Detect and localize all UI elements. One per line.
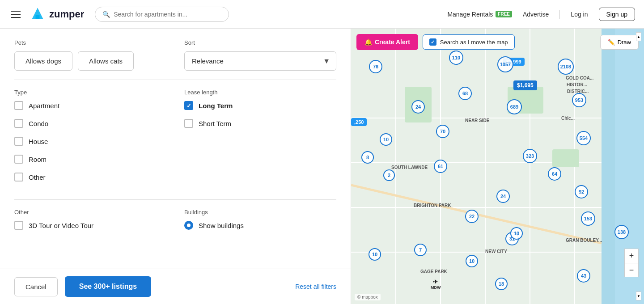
apartment-checkbox[interactable] [14, 101, 23, 110]
search-as-move-checkbox[interactable] [429, 38, 436, 46]
cancel-button[interactable]: Cancel [14, 277, 58, 296]
area-label-historic: HISTOR... [567, 82, 587, 87]
lease-longterm-item[interactable]: Long Term [184, 101, 336, 110]
map-bubble-8[interactable]: 24 [411, 100, 425, 114]
map-bubble-1[interactable]: 1057 [497, 56, 513, 72]
header: zumper 🔍 Manage Rentals FREE Advertise L… [0, 0, 644, 29]
scroll-down-button[interactable]: ▼ [636, 291, 641, 300]
map-bubble-16[interactable]: 92 [575, 185, 588, 198]
manage-rentals[interactable]: Manage Rentals FREE [447, 11, 512, 18]
area-label-gagepark: GAGE PARK [420, 269, 447, 274]
type-room-item[interactable]: Room [14, 155, 166, 164]
show-buildings-item[interactable]: Show buildings [184, 221, 336, 230]
area-label-nearside: NEAR SIDE [465, 118, 489, 123]
map-bubble-21[interactable]: 10 [510, 227, 523, 240]
reset-filters-link[interactable]: Reset all filters [295, 283, 336, 290]
map-bubble-27[interactable]: 18 [495, 278, 508, 290]
map-bubble-12[interactable]: 64 [548, 167, 561, 181]
filter-divider-1 [14, 80, 336, 80]
map-bubble-17[interactable]: 24 [496, 190, 510, 203]
map-bubble-10[interactable]: 10 [380, 133, 392, 146]
search-as-move-toggle[interactable]: Search as I move the map [423, 34, 515, 50]
allows-cats-button[interactable]: Allows cats [78, 51, 134, 71]
type-house-item[interactable]: House [14, 137, 166, 146]
draw-button[interactable]: ✏️ Draw [600, 35, 639, 50]
room-checkbox[interactable] [14, 155, 23, 164]
svg-rect-1 [36, 15, 40, 19]
zoom-controls: + − [624, 249, 639, 277]
other-section: Other 3D Tour or Video Tour [14, 209, 166, 239]
map-bubble-11[interactable]: 323 [523, 149, 537, 163]
shortterm-checkbox[interactable] [184, 119, 193, 128]
condo-label: Condo [29, 120, 48, 127]
3d-tour-checkbox[interactable] [14, 221, 23, 230]
map-bubble-19[interactable]: 22 [465, 210, 479, 223]
map-bubble-9[interactable]: 70 [436, 125, 449, 138]
signup-button[interactable]: Sign up [599, 8, 635, 21]
see-listings-button[interactable]: See 300+ listings [65, 276, 151, 297]
map-bubble-5[interactable]: 68 [458, 87, 472, 100]
map-bubble-3[interactable]: 2108 [558, 59, 574, 75]
type-apartment-item[interactable]: Apartment [14, 101, 166, 110]
price-tag-1695[interactable]: $1,695 [513, 80, 537, 90]
map-bubble-2[interactable]: 76 [369, 60, 382, 73]
logo[interactable]: zumper [30, 6, 84, 22]
map-area: 🔔 Create Alert Search as I move the map … [351, 29, 644, 304]
other-label: Other [14, 209, 166, 215]
buildings-section: Buildings Show buildings [184, 209, 336, 239]
bottom-bar: Cancel See 300+ listings Reset all filte… [0, 269, 351, 304]
map-bubble-4[interactable]: 953 [572, 93, 586, 107]
condo-checkbox[interactable] [14, 119, 23, 128]
zoom-in-button[interactable]: + [624, 249, 639, 263]
pets-label: Pets [14, 39, 166, 46]
lease-shortterm-item[interactable]: Short Term [184, 119, 336, 128]
search-icon: 🔍 [102, 11, 110, 18]
map-bubble-18[interactable]: 153 [581, 211, 595, 226]
type-lease-row: Type Apartment Condo House Room [14, 89, 336, 190]
advertise-link[interactable]: Advertise [523, 11, 549, 18]
map-bubble-26[interactable]: 43 [577, 269, 590, 283]
lease-length-label: Lease length [184, 89, 336, 96]
3d-tour-item[interactable]: 3D Tour or Video Tour [14, 221, 166, 230]
map-bubble-13[interactable]: 8 [361, 151, 374, 164]
free-badge: FREE [496, 11, 512, 17]
svg-rect-19 [552, 149, 579, 167]
map-bubble-24[interactable]: 10 [369, 248, 381, 261]
map-bubble-25[interactable]: 10 [466, 255, 478, 267]
hamburger-menu[interactable] [9, 9, 22, 20]
lease-length-section: Lease length Long Term Short Term [184, 89, 336, 190]
scroll-up-button[interactable]: ▲ [636, 32, 641, 41]
header-divider [559, 10, 560, 19]
bell-icon: 🔔 [364, 38, 372, 46]
pets-section: Pets Allows dogs Allows cats [14, 39, 166, 71]
type-condo-item[interactable]: Condo [14, 119, 166, 128]
price-tag-250[interactable]: ,250 [351, 118, 367, 126]
search-input[interactable] [114, 11, 221, 18]
longterm-checkbox[interactable] [184, 101, 193, 110]
map-bubble-6[interactable]: 689 [507, 99, 522, 114]
house-checkbox[interactable] [14, 137, 23, 146]
area-label-brightonpark: BRIGHTON PARK [414, 203, 451, 208]
3d-tour-label: 3D Tour or Video Tour [29, 222, 93, 229]
show-buildings-radio[interactable] [184, 221, 193, 230]
map-bubble-23[interactable]: 7 [414, 244, 427, 256]
map-bubble-15[interactable]: 61 [434, 160, 447, 173]
map-top-bar: 🔔 Create Alert Search as I move the map … [356, 34, 639, 50]
mapbox-logo: © mapbox [357, 295, 378, 300]
search-bar[interactable]: 🔍 [95, 7, 229, 22]
type-other-item[interactable]: Other [14, 173, 166, 182]
map-bubble-7[interactable]: 554 [576, 131, 591, 145]
zoom-out-button[interactable]: − [624, 263, 639, 277]
area-label-southlawndale: SOUTH LAWNDE [391, 165, 428, 170]
logo-text: zumper [49, 8, 84, 20]
map-bubble-22[interactable]: 138 [614, 225, 629, 239]
map-bubble-14[interactable]: 2 [383, 169, 395, 181]
allows-dogs-button[interactable]: Allows dogs [14, 51, 72, 71]
sort-select[interactable]: Relevance Price (Low to High) Price (Hig… [184, 51, 336, 71]
other-type-label: Other [29, 173, 46, 181]
create-alert-button[interactable]: 🔔 Create Alert [356, 34, 418, 50]
longterm-label: Long Term [199, 102, 233, 110]
login-button[interactable]: Log in [571, 11, 588, 18]
map-bubble-0[interactable]: 110 [449, 51, 463, 65]
other-type-checkbox[interactable] [14, 173, 23, 182]
